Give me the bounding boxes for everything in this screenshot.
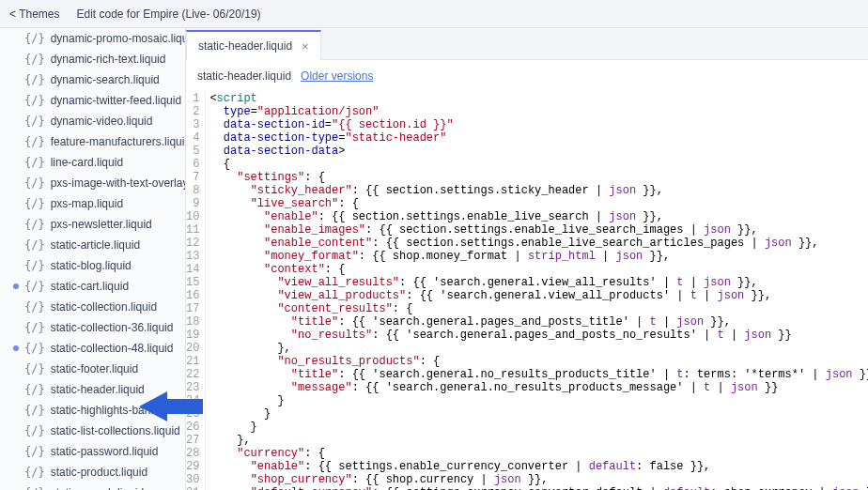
file-label: static-collection-48.liquid	[51, 342, 174, 355]
liquid-file-icon: {/}	[24, 32, 45, 45]
tab-label: static-header.liquid	[198, 39, 292, 53]
liquid-file-icon: {/}	[24, 94, 45, 107]
file-label: dynamic-twitter-feed.liquid	[51, 94, 181, 107]
code-editor[interactable]: 1234567891011121314151617181920212223242…	[186, 92, 868, 490]
liquid-file-icon: {/}	[24, 218, 45, 231]
file-label: static-footer.liquid	[51, 362, 138, 375]
file-label: pxs-newsletter.liquid	[51, 218, 152, 231]
liquid-file-icon: {/}	[24, 156, 45, 169]
sidebar-item[interactable]: {/}pxs-newsletter.liquid	[0, 214, 185, 235]
editor-pane: static-header.liquid × static-header.liq…	[186, 28, 868, 490]
liquid-file-icon: {/}	[24, 466, 45, 479]
file-label: static-highlights-banners.liquid	[51, 404, 185, 417]
sidebar-item[interactable]: {/}static-highlights-banners.liquid	[0, 400, 185, 421]
file-sidebar[interactable]: {/}dynamic-promo-mosaic.liquid{/}dynamic…	[0, 28, 186, 490]
tabbar: static-header.liquid ×	[186, 28, 868, 60]
liquid-file-icon: {/}	[24, 238, 45, 252]
back-themes-link[interactable]: < Themes	[9, 8, 59, 21]
liquid-file-icon: {/}	[24, 486, 45, 490]
liquid-file-icon: {/}	[24, 383, 45, 396]
file-label: static-list-collections.liquid	[51, 424, 180, 437]
sidebar-item[interactable]: {/}dynamic-search.liquid	[0, 69, 185, 90]
sidebar-item[interactable]: {/}static-password.liquid	[0, 441, 185, 462]
liquid-file-icon: {/}	[24, 259, 45, 272]
file-name: static-header.liquid	[197, 69, 291, 83]
sidebar-item[interactable]: {/}dynamic-twitter-feed.liquid	[0, 90, 185, 111]
file-label: pxs-image-with-text-overlay.liquid	[51, 176, 185, 190]
older-versions-link[interactable]: Older versions	[301, 69, 373, 83]
liquid-file-icon: {/}	[24, 404, 45, 417]
file-label: static-article.liquid	[51, 238, 140, 252]
sidebar-item[interactable]: {/}static-list-collections.liquid	[0, 421, 185, 441]
sidebar-item[interactable]: {/}feature-manufacturers.liquid	[0, 131, 185, 152]
sidebar-item[interactable]: {/}static-collection.liquid	[0, 297, 185, 317]
file-label: dynamic-promo-mosaic.liquid	[51, 32, 185, 45]
sidebar-item[interactable]: {/}static-collection-48.liquid	[0, 338, 185, 359]
close-icon[interactable]: ×	[302, 39, 309, 54]
code-content[interactable]: <script type="application/json" data-sec…	[206, 92, 868, 490]
liquid-file-icon: {/}	[24, 135, 45, 148]
liquid-file-icon: {/}	[24, 73, 45, 86]
sidebar-item[interactable]: {/}pxs-map.liquid	[0, 193, 185, 214]
topbar: < Themes Edit code for Empire (Live- 06/…	[0, 0, 868, 28]
sidebar-item[interactable]: {/}static-collection-36.liquid	[0, 317, 185, 338]
liquid-file-icon: {/}	[24, 362, 45, 375]
sidebar-item[interactable]: {/}static-product.liquid	[0, 462, 185, 482]
modified-dot-icon	[13, 345, 19, 351]
liquid-file-icon: {/}	[24, 300, 45, 314]
liquid-file-icon: {/}	[24, 53, 45, 66]
file-label: static-password.liquid	[51, 445, 159, 458]
sidebar-item[interactable]: {/}dynamic-promo-mosaic.liquid	[0, 28, 185, 49]
sidebar-item[interactable]: {/}line-card.liquid	[0, 152, 185, 173]
sidebar-item[interactable]: {/}static-header.liquid	[0, 379, 185, 400]
sidebar-item[interactable]: {/}static-cart.liquid	[0, 276, 185, 297]
file-label: static-blog.liquid	[51, 259, 132, 272]
file-label: static-collection-36.liquid	[51, 321, 174, 334]
sidebar-item[interactable]: {/}static-footer.liquid	[0, 359, 185, 379]
file-label: static-collection.liquid	[51, 300, 157, 314]
line-gutter: 1234567891011121314151617181920212223242…	[186, 92, 206, 490]
file-label: line-card.liquid	[51, 156, 123, 169]
liquid-file-icon: {/}	[24, 445, 45, 458]
file-crumbs: static-header.liquid Older versions	[186, 60, 868, 92]
liquid-file-icon: {/}	[24, 321, 45, 334]
liquid-file-icon: {/}	[24, 176, 45, 190]
page-title: Edit code for Empire (Live- 06/20/19)	[76, 8, 260, 21]
file-label: static-search.liquid	[51, 486, 144, 490]
liquid-file-icon: {/}	[24, 197, 45, 210]
tab-static-header[interactable]: static-header.liquid ×	[186, 30, 321, 60]
file-label: static-header.liquid	[51, 383, 145, 396]
liquid-file-icon: {/}	[24, 424, 45, 437]
sidebar-item[interactable]: {/}dynamic-rich-text.liquid	[0, 49, 185, 69]
liquid-file-icon: {/}	[24, 342, 45, 355]
file-label: dynamic-rich-text.liquid	[51, 53, 166, 66]
sidebar-item[interactable]: {/}dynamic-video.liquid	[0, 111, 185, 131]
main-panel: {/}dynamic-promo-mosaic.liquid{/}dynamic…	[0, 28, 868, 490]
liquid-file-icon: {/}	[24, 115, 45, 128]
sidebar-item[interactable]: {/}static-article.liquid	[0, 235, 185, 255]
sidebar-item[interactable]: {/}static-search.liquid	[0, 482, 185, 490]
file-label: static-product.liquid	[51, 466, 147, 479]
sidebar-item[interactable]: {/}pxs-image-with-text-overlay.liquid	[0, 173, 185, 193]
file-label: pxs-map.liquid	[51, 197, 123, 210]
liquid-file-icon: {/}	[24, 280, 45, 293]
modified-dot-icon	[13, 283, 19, 289]
file-label: dynamic-video.liquid	[51, 115, 153, 128]
file-label: feature-manufacturers.liquid	[51, 135, 185, 148]
file-label: static-cart.liquid	[51, 280, 129, 293]
file-label: dynamic-search.liquid	[51, 73, 160, 86]
sidebar-item[interactable]: {/}static-blog.liquid	[0, 255, 185, 276]
